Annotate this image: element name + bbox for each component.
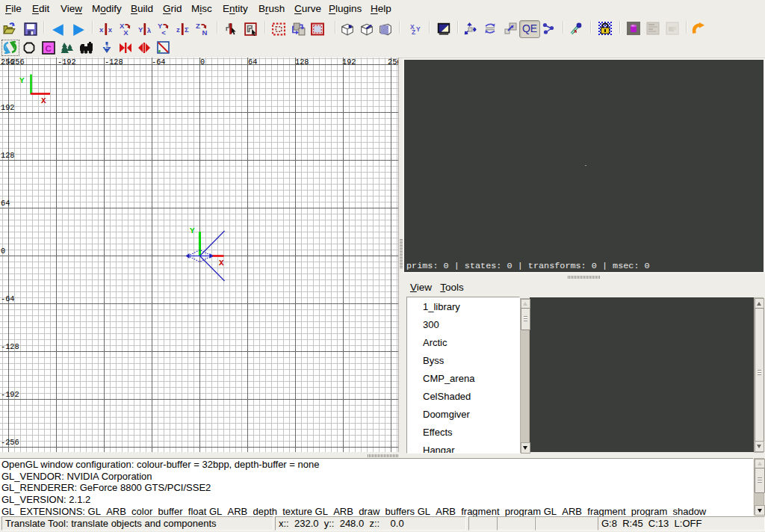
svg-text:<: < [161,28,166,36]
svg-text:N: N [202,28,207,36]
svg-text:Y: Y [138,25,143,34]
svg-text:Y: Y [416,25,421,33]
svg-text:X: X [41,96,46,105]
svg-text:λ: λ [147,26,152,34]
svg-text:Y: Y [190,226,195,235]
svg-text:C: C [46,44,52,53]
svg-text:x: x [574,28,577,34]
svg-text:X: X [123,28,128,36]
svg-text:Σ: Σ [185,25,189,34]
svg-text:Y: Y [19,76,25,85]
svg-text:Z: Z [412,28,415,36]
svg-text:x: x [108,25,113,34]
svg-text:x: x [99,25,104,34]
svg-text:Z: Z [196,22,200,30]
svg-text:E: E [105,43,109,50]
svg-text:X: X [219,259,224,267]
svg-text:z: z [176,25,180,34]
